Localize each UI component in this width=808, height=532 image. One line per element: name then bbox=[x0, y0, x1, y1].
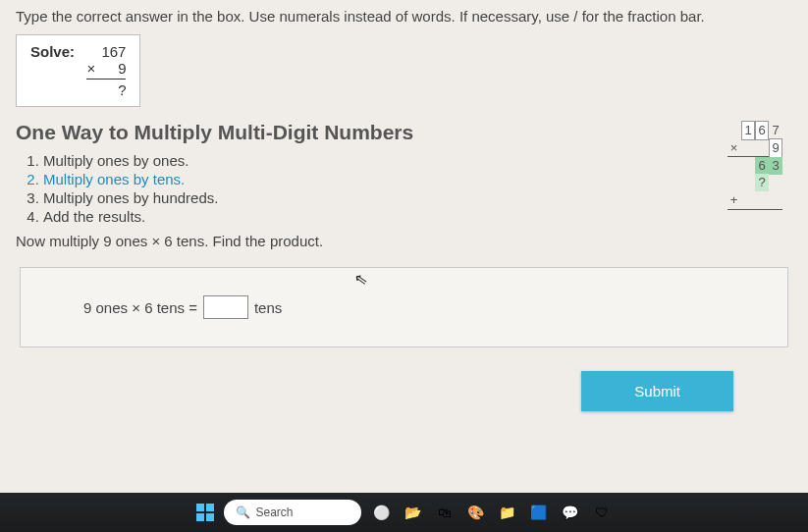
taskbar-search[interactable]: 🔍 Search bbox=[224, 500, 361, 525]
steps-list: Multiply ones by ones. Multiply ones by … bbox=[43, 152, 727, 225]
mini-d2: 6 bbox=[755, 121, 769, 140]
answer-input[interactable] bbox=[203, 295, 248, 319]
multiplier: 9 bbox=[118, 60, 126, 77]
multiplicand: 167 bbox=[86, 43, 126, 60]
step-1: Multiply ones by ones. bbox=[43, 152, 727, 169]
step-4: Add the results. bbox=[43, 208, 727, 225]
section-heading: One Way to Multiply Multi-Digit Numbers bbox=[16, 121, 727, 144]
instruction-text: Type the correct answer in the box. Use … bbox=[16, 8, 792, 25]
equation-lhs: 9 ones × 6 tens = bbox=[83, 299, 197, 316]
search-placeholder: Search bbox=[256, 505, 294, 519]
taskbar-files-icon[interactable]: 📂 bbox=[403, 502, 424, 523]
step-3: Multiply ones by hundreds. bbox=[43, 189, 727, 206]
submit-button[interactable]: Submit bbox=[581, 371, 733, 411]
solve-label: Solve: bbox=[30, 43, 75, 60]
worked-multiplication: 167 × 9 63 ? + bbox=[727, 121, 782, 227]
solve-box: Solve: 167 × 9 ? bbox=[16, 34, 140, 107]
multiply-sign: × bbox=[86, 60, 95, 77]
answer-area: ⇖ 9 ones × 6 tens = tens bbox=[20, 267, 788, 347]
taskbar-edge-icon[interactable]: 🟦 bbox=[528, 502, 550, 523]
taskbar-circle-icon[interactable]: ⚪ bbox=[371, 502, 393, 523]
mini-times: × bbox=[727, 139, 737, 157]
mini-p1-d2: 6 bbox=[755, 157, 769, 175]
step-2: Multiply ones by tens. bbox=[43, 171, 727, 187]
mini-d3: 7 bbox=[769, 122, 782, 139]
search-icon: 🔍 bbox=[236, 505, 250, 519]
taskbar-store-icon[interactable]: 🛍 bbox=[434, 502, 456, 523]
taskbar-paint-icon[interactable]: 🎨 bbox=[465, 502, 487, 523]
cursor-icon: ⇖ bbox=[352, 269, 368, 290]
equation-unit: tens bbox=[254, 299, 282, 316]
mini-p2-placeholder: ? bbox=[755, 174, 769, 191]
mini-multiplier: 9 bbox=[769, 138, 782, 158]
equation: 9 ones × 6 tens = tens bbox=[83, 295, 764, 319]
start-icon[interactable] bbox=[196, 504, 214, 521]
question-prompt: Now multiply 9 ones × 6 tens. Find the p… bbox=[16, 233, 727, 249]
vertical-multiplication: 167 × 9 ? bbox=[86, 43, 126, 98]
taskbar-folder-icon[interactable]: 📁 bbox=[497, 502, 518, 523]
result-placeholder: ? bbox=[86, 81, 126, 98]
taskbar: 🔍 Search ⚪ 📂 🛍 🎨 📁 🟦 💬 🛡 bbox=[0, 493, 808, 532]
mini-d1: 1 bbox=[741, 121, 755, 140]
mini-p1-d3: 3 bbox=[769, 157, 782, 175]
taskbar-chat-icon[interactable]: 💬 bbox=[560, 502, 581, 523]
taskbar-shield-icon[interactable]: 🛡 bbox=[591, 502, 613, 523]
mini-plus: + bbox=[727, 191, 737, 209]
